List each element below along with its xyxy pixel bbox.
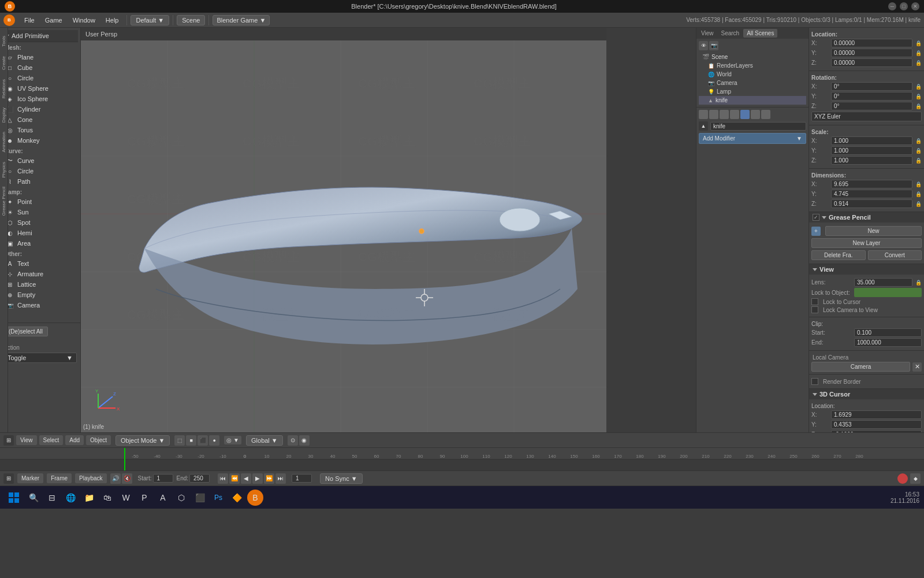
sidebar-item-icosphere[interactable]: ◈ Ico Sphere (2, 94, 78, 104)
dim-z-lock-icon[interactable]: 🔒 (915, 201, 922, 208)
convert-button[interactable]: Convert (868, 250, 922, 260)
tab-pencil[interactable]: Grease Pencil (1, 184, 7, 218)
play-reverse-button[interactable]: ◀ (241, 473, 251, 484)
dim-y-value[interactable]: 4.745 (831, 190, 912, 198)
menu-game[interactable]: Game (40, 15, 67, 25)
taskbar-app1-icon[interactable]: A (155, 490, 171, 506)
sidebar-item-uvsphere[interactable]: ◉ UV Sphere (2, 83, 78, 94)
add-primitive-header[interactable]: Add Primitive (2, 30, 78, 42)
viewport-canvas[interactable]: CG模型主 CG模型主 CG模型主 CG模型主 CG模型主 CG模型主 CG模型… (81, 40, 606, 432)
taskbar-powerpoint-icon[interactable]: P (136, 490, 152, 506)
new-layer-button[interactable]: New Layer (811, 238, 922, 248)
taskbar-ps-icon[interactable]: Ps (210, 490, 226, 506)
tab-view[interactable]: View (698, 29, 717, 38)
obj-icon-7[interactable] (761, 110, 770, 119)
lock-to-cursor-checkbox[interactable] (811, 298, 818, 305)
object-name-input[interactable]: knife (710, 122, 806, 131)
scene-item-knife[interactable]: ▲ knife (699, 96, 806, 105)
lens-lock-icon[interactable]: 🔒 (915, 279, 922, 286)
local-camera-button[interactable]: Camera (811, 362, 910, 372)
loc-y-value[interactable]: 0.00000 (831, 49, 912, 57)
audio-mute-icon[interactable]: 🔇 (122, 473, 132, 484)
lock-camera-checkbox[interactable] (811, 306, 818, 313)
sidebar-item-armature[interactable]: ⊹ Armature (2, 269, 78, 279)
sidebar-item-hemi[interactable]: ◐ Hemi (2, 228, 78, 238)
audio-speaker-icon[interactable]: 🔊 (110, 473, 121, 484)
sidebar-item-torus[interactable]: ◎ Torus (2, 125, 78, 135)
menu-file[interactable]: File (20, 15, 39, 25)
scene-item-scene[interactable]: 🎬 Scene (699, 53, 806, 61)
scene-render-icon[interactable]: 📷 (709, 41, 718, 50)
sidebar-item-cylinder[interactable]: ⬛ Cylinder (2, 104, 78, 114)
tab-all-scenes[interactable]: All Scenes (743, 29, 777, 38)
cursor-y-value[interactable]: 0.4353 (831, 420, 922, 429)
tab-display[interactable]: Display (1, 105, 7, 125)
engine-selector[interactable]: Blender Game ▼ (213, 15, 270, 25)
obj-icon-6[interactable] (751, 110, 760, 119)
start-button[interactable] (5, 490, 23, 506)
sidebar-item-cube[interactable]: □ Cube (2, 62, 78, 73)
sidebar-item-sun[interactable]: ☀ Sun (2, 207, 78, 217)
loc-y-lock-icon[interactable]: 🔒 (915, 50, 922, 57)
deselect-all-button[interactable]: (De)select All (3, 327, 48, 336)
obj-icon-2[interactable] (709, 110, 718, 119)
snap-button[interactable]: ⊙ (288, 435, 298, 446)
timeline-icon[interactable]: ⊞ (3, 473, 14, 484)
taskbar-word-icon[interactable]: W (118, 490, 134, 506)
taskbar-edge-icon[interactable]: 🌐 (62, 490, 79, 506)
select-menu-button[interactable]: Select (39, 435, 64, 445)
grease-pencil-checkbox[interactable] (813, 214, 819, 221)
lock-to-object-value[interactable] (854, 288, 922, 297)
rot-y-value[interactable]: 0° (831, 92, 912, 101)
taskbar-app3-icon[interactable]: ⬛ (192, 490, 208, 506)
sidebar-item-lattice[interactable]: ⊞ Lattice (2, 279, 78, 290)
sidebar-item-cone[interactable]: △ Cone (2, 114, 78, 125)
action-selector[interactable]: Toggle ▼ (3, 353, 77, 363)
rot-z-value[interactable]: 0° (831, 102, 912, 110)
grease-pencil-section-header[interactable]: Grease Pencil (809, 212, 924, 223)
scale-y-value[interactable]: 1.000 (831, 146, 912, 155)
local-camera-close-icon[interactable]: ✕ (912, 362, 922, 372)
loc-x-value[interactable]: 0.00000 (831, 39, 912, 47)
minimize-button[interactable]: ─ (888, 2, 896, 10)
shading-render-btn[interactable]: ● (209, 435, 219, 446)
loc-z-value[interactable]: 0.00000 (831, 58, 912, 67)
sidebar-item-camera[interactable]: 📷 Camera (2, 300, 78, 310)
shading-texture-btn[interactable]: ⬛ (198, 435, 208, 446)
rot-y-lock-icon[interactable]: 🔒 (915, 93, 922, 100)
scale-x-lock-icon[interactable]: 🔒 (915, 138, 922, 144)
loc-z-lock-icon[interactable]: 🔒 (915, 60, 922, 66)
taskbar-app4-icon[interactable]: 🔶 (229, 490, 245, 506)
taskbar-blender-icon[interactable]: B (247, 490, 263, 506)
scale-x-value[interactable]: 1.000 (831, 136, 912, 145)
obj-icon-3[interactable] (720, 110, 729, 119)
tab-create[interactable]: Create (1, 54, 7, 72)
scene-item-camera[interactable]: 📷 Camera (699, 79, 806, 87)
scale-y-lock-icon[interactable]: 🔒 (915, 147, 922, 154)
scene-item-lamp[interactable]: 💡 Lamp (699, 87, 806, 96)
sidebar-item-path[interactable]: ⌇ Path (2, 176, 78, 187)
rot-z-lock-icon[interactable]: 🔒 (915, 103, 922, 110)
playback-btn[interactable]: Playback (75, 473, 107, 483)
sidebar-item-text[interactable]: A Text (2, 258, 78, 269)
obj-icon-1[interactable] (699, 110, 708, 119)
tab-relations[interactable]: Relations (1, 77, 7, 101)
tab-search[interactable]: Search (718, 29, 743, 38)
view-menu-button[interactable]: View (16, 435, 37, 445)
scene-view-icon[interactable]: 👁 (699, 41, 708, 50)
sidebar-item-spot[interactable]: ⬡ Spot (2, 217, 78, 228)
cursor-3d-section-header[interactable]: 3D Cursor (809, 389, 924, 399)
start-frame-input[interactable]: 1 (153, 474, 173, 483)
obj-icon-4[interactable] (730, 110, 739, 119)
menu-help[interactable]: Help (101, 15, 124, 25)
scale-z-lock-icon[interactable]: 🔒 (915, 157, 922, 164)
current-frame-input[interactable]: 1 (292, 474, 312, 483)
viewport[interactable]: User Persp CG模型主 CG模型主 CG模型主 CG模型主 CG模型主… (81, 28, 606, 432)
sidebar-item-circle[interactable]: ○ Circle (2, 73, 78, 83)
scene-selector[interactable]: Scene (177, 15, 205, 25)
tab-tools[interactable]: Tools (1, 34, 7, 49)
scale-z-value[interactable]: 1.000 (831, 156, 912, 165)
grease-pencil-new-button[interactable]: New (825, 226, 922, 236)
sidebar-item-monkey[interactable]: ☻ Monkey (2, 135, 78, 146)
taskbar-app2-icon[interactable]: ⬡ (173, 490, 189, 506)
